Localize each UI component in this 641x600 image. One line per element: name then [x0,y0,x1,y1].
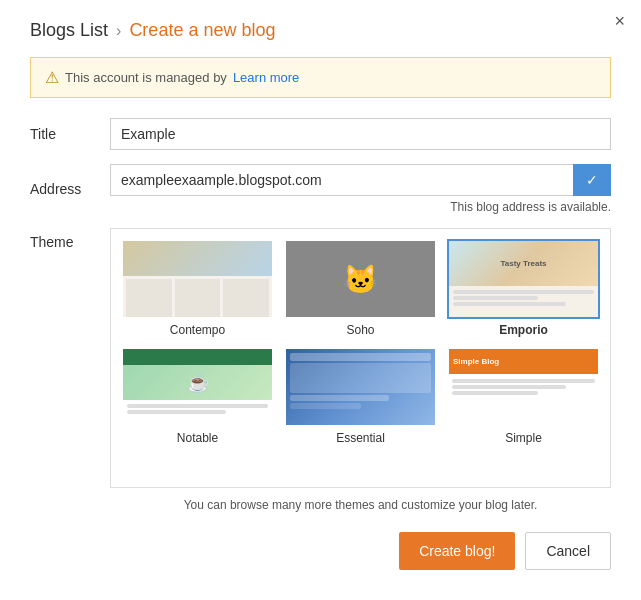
footer-buttons: Create blog! Cancel [30,532,611,570]
theme-item-contempo[interactable]: Contempo [121,239,274,337]
managed-notice: ⚠ This account is managed by Learn more [30,57,611,98]
title-label: Title [30,126,110,142]
theme-name-simple: Simple [447,431,600,445]
theme-item-emporio[interactable]: Tasty Treats Emporio [447,239,600,337]
title-input[interactable] [110,118,611,150]
theme-thumb-essential [284,347,437,427]
theme-name-emporio: Emporio [447,323,600,337]
theme-grid-wrapper[interactable]: Contempo 🐱 Soho Tasty Treats [110,228,611,488]
address-check-button[interactable]: ✓ [573,164,611,196]
warning-icon: ⚠ [45,68,59,87]
theme-notice: You can browse many more themes and cust… [110,498,611,512]
theme-item-simple[interactable]: Simple Blog Simple [447,347,600,445]
breadcrumb: Blogs List › Create a new blog [30,20,611,41]
theme-thumb-soho: 🐱 [284,239,437,319]
address-label: Address [30,181,110,197]
theme-thumb-contempo [121,239,274,319]
breadcrumb-separator: › [116,22,121,40]
theme-thumb-notable: ☕ [121,347,274,427]
breadcrumb-current: Create a new blog [129,20,275,41]
theme-item-soho[interactable]: 🐱 Soho [284,239,437,337]
theme-thumb-emporio: Tasty Treats [447,239,600,319]
title-control [110,118,611,150]
blogs-list-link[interactable]: Blogs List [30,20,108,41]
theme-name-soho: Soho [284,323,437,337]
theme-item-essential[interactable]: Essential [284,347,437,445]
create-blog-dialog: × Blogs List › Create a new blog ⚠ This … [0,0,641,600]
address-row: Address ✓ This blog address is available… [30,164,611,214]
address-available-text: This blog address is available. [110,200,611,214]
address-input[interactable] [110,164,573,196]
theme-row: Theme Contempo [30,228,611,488]
close-button[interactable]: × [614,12,625,30]
theme-thumb-simple: Simple Blog [447,347,600,427]
theme-name-essential: Essential [284,431,437,445]
theme-grid: Contempo 🐱 Soho Tasty Treats [121,239,600,445]
cat-icon: 🐱 [343,263,378,296]
theme-item-notable[interactable]: ☕ Notable [121,347,274,445]
title-row: Title [30,118,611,150]
theme-name-contempo: Contempo [121,323,274,337]
managed-notice-text: This account is managed by [65,70,227,85]
create-blog-button[interactable]: Create blog! [399,532,515,570]
address-control: ✓ This blog address is available. [110,164,611,214]
theme-label: Theme [30,228,110,250]
learn-more-link[interactable]: Learn more [233,70,299,85]
cancel-button[interactable]: Cancel [525,532,611,570]
theme-name-notable: Notable [121,431,274,445]
